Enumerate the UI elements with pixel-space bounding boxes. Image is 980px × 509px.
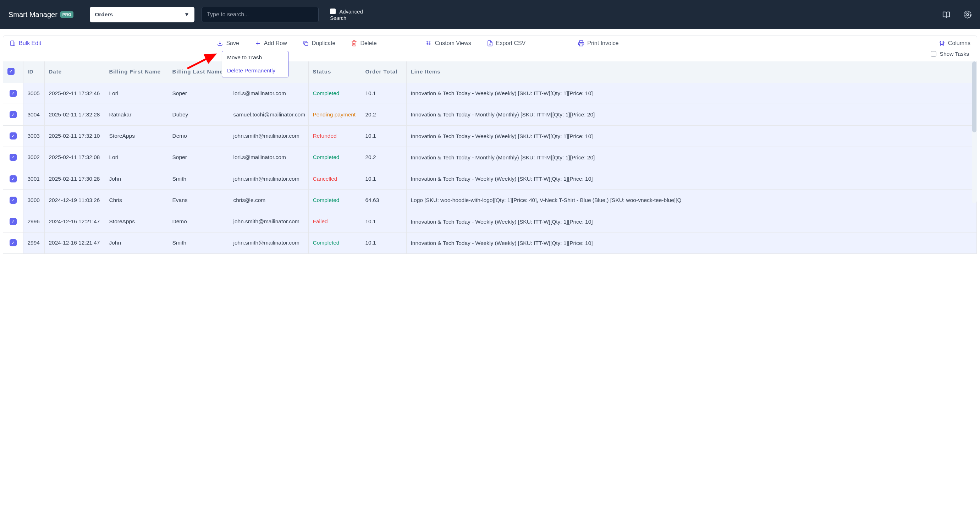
cell-email[interactable]: samuel.tochi@mailinator.com [229, 104, 308, 125]
cell-first-name[interactable]: John [105, 232, 168, 254]
cell-id[interactable]: 3005 [23, 83, 45, 104]
cell-status[interactable]: Completed [308, 83, 361, 104]
cell-status[interactable]: Completed [308, 232, 361, 254]
row-checkbox-cell[interactable]: ✓ [3, 168, 23, 190]
cell-total[interactable]: 10.1 [361, 232, 406, 254]
cell-status[interactable]: Cancelled [308, 168, 361, 190]
cell-id[interactable]: 3001 [23, 168, 45, 190]
cell-date[interactable]: 2024-12-19 11:03:26 [45, 190, 105, 211]
print-invoice-button[interactable]: Print Invoice [578, 40, 619, 46]
table-row[interactable]: ✓30052025-02-11 17:32:46LoriSoperlori.s@… [3, 83, 977, 104]
cell-email[interactable]: chris@e.com [229, 190, 308, 211]
cell-total[interactable]: 10.1 [361, 125, 406, 147]
cell-first-name[interactable]: StoreApps [105, 125, 168, 147]
cell-first-name[interactable]: Lori [105, 147, 168, 168]
cell-id[interactable]: 3004 [23, 104, 45, 125]
cell-first-name[interactable]: John [105, 168, 168, 190]
cell-line-items[interactable]: Innovation & Tech Today - Weekly (Weekly… [406, 168, 977, 190]
table-row[interactable]: ✓29942024-12-16 12:21:47JohnSmithjohn.sm… [3, 232, 977, 254]
cell-id[interactable]: 2996 [23, 211, 45, 232]
cell-status[interactable]: Completed [308, 147, 361, 168]
gear-icon[interactable] [964, 11, 972, 18]
cell-line-items[interactable]: Innovation & Tech Today - Monthly (Month… [406, 147, 977, 168]
cell-email[interactable]: john.smith@mailinator.com [229, 125, 308, 147]
vertical-scrollbar[interactable] [972, 61, 977, 203]
cell-first-name[interactable]: Lori [105, 83, 168, 104]
cell-email[interactable]: john.smith@mailinator.com [229, 211, 308, 232]
cell-last-name[interactable]: Soper [168, 147, 229, 168]
cell-line-items[interactable]: Innovation & Tech Today - Monthly (Month… [406, 104, 977, 125]
cell-date[interactable]: 2025-02-11 17:32:08 [45, 147, 105, 168]
col-header-checkbox[interactable]: ✓ [3, 61, 23, 83]
cell-first-name[interactable]: Chris [105, 190, 168, 211]
col-header-items[interactable]: Line Items [406, 61, 977, 83]
cell-line-items[interactable]: Innovation & Tech Today - Weekly (Weekly… [406, 232, 977, 254]
search-input[interactable] [207, 11, 313, 18]
row-checkbox-cell[interactable]: ✓ [3, 211, 23, 232]
cell-last-name[interactable]: Demo [168, 125, 229, 147]
custom-views-button[interactable]: Custom Views [426, 40, 471, 46]
table-row[interactable]: ✓30022025-02-11 17:32:08LoriSoperlori.s@… [3, 147, 977, 168]
cell-email[interactable]: john.smith@mailinator.com [229, 168, 308, 190]
delete-button[interactable]: Delete [351, 40, 377, 46]
cell-last-name[interactable]: Soper [168, 83, 229, 104]
cell-last-name[interactable]: Evans [168, 190, 229, 211]
book-icon[interactable] [942, 11, 950, 18]
cell-date[interactable]: 2024-12-16 12:21:47 [45, 232, 105, 254]
cell-first-name[interactable]: StoreApps [105, 211, 168, 232]
table-row[interactable]: ✓29962024-12-16 12:21:47StoreAppsDemojoh… [3, 211, 977, 232]
col-header-last-name[interactable]: Billing Last Name [168, 61, 229, 83]
cell-total[interactable]: 10.1 [361, 168, 406, 190]
cell-email[interactable]: lori.s@mailinator.com [229, 147, 308, 168]
export-csv-button[interactable]: Export CSV [487, 40, 526, 46]
cell-line-items[interactable]: Logo [SKU: woo-hoodie-with-logo][Qty: 1]… [406, 190, 977, 211]
cell-first-name[interactable]: Ratnakar [105, 104, 168, 125]
col-header-date[interactable]: Date [45, 61, 105, 83]
cell-status[interactable]: Completed [308, 190, 361, 211]
advanced-search-toggle[interactable]: Advanced Search [330, 8, 363, 21]
cell-date[interactable]: 2025-02-11 17:30:28 [45, 168, 105, 190]
advanced-search-checkbox[interactable] [330, 8, 336, 14]
cell-email[interactable]: lori.s@mailinator.com [229, 83, 308, 104]
duplicate-button[interactable]: Duplicate [303, 40, 336, 46]
cell-line-items[interactable]: Innovation & Tech Today - Weekly (Weekly… [406, 83, 977, 104]
row-checkbox-cell[interactable]: ✓ [3, 190, 23, 211]
table-row[interactable]: ✓30012025-02-11 17:30:28JohnSmithjohn.sm… [3, 168, 977, 190]
save-button[interactable]: Save [217, 40, 239, 46]
cell-last-name[interactable]: Demo [168, 211, 229, 232]
cell-total[interactable]: 10.1 [361, 83, 406, 104]
col-header-id[interactable]: ID [23, 61, 45, 83]
cell-id[interactable]: 2994 [23, 232, 45, 254]
cell-id[interactable]: 3002 [23, 147, 45, 168]
cell-status[interactable]: Failed [308, 211, 361, 232]
entity-select[interactable]: Orders ▼ [90, 7, 194, 22]
cell-email[interactable]: john.smith@mailinator.com [229, 232, 308, 254]
cell-line-items[interactable]: Innovation & Tech Today - Weekly (Weekly… [406, 211, 977, 232]
cell-date[interactable]: 2024-12-16 12:21:47 [45, 211, 105, 232]
show-tasks-checkbox[interactable] [931, 51, 936, 57]
search-input-wrap[interactable] [202, 7, 319, 22]
table-row[interactable]: ✓30002024-12-19 11:03:26ChrisEvanschris@… [3, 190, 977, 211]
col-header-status[interactable]: Status [308, 61, 361, 83]
col-header-total[interactable]: Order Total [361, 61, 406, 83]
cell-last-name[interactable]: Dubey [168, 104, 229, 125]
delete-menu-trash[interactable]: Move to Trash [222, 51, 288, 64]
cell-date[interactable]: 2025-02-11 17:32:46 [45, 83, 105, 104]
table-row[interactable]: ✓30042025-02-11 17:32:28RatnakarDubeysam… [3, 104, 977, 125]
cell-date[interactable]: 2025-02-11 17:32:28 [45, 104, 105, 125]
bulk-edit-button[interactable]: Bulk Edit [10, 40, 41, 46]
add-row-button[interactable]: Add Row [255, 40, 287, 46]
cell-line-items[interactable]: Innovation & Tech Today - Weekly (Weekly… [406, 125, 977, 147]
row-checkbox-cell[interactable]: ✓ [3, 83, 23, 104]
cell-total[interactable]: 10.1 [361, 211, 406, 232]
row-checkbox-cell[interactable]: ✓ [3, 147, 23, 168]
cell-status[interactable]: Refunded [308, 125, 361, 147]
scrollbar-thumb[interactable] [972, 61, 977, 132]
cell-status[interactable]: Pending payment [308, 104, 361, 125]
row-checkbox-cell[interactable]: ✓ [3, 104, 23, 125]
cell-total[interactable]: 20.2 [361, 104, 406, 125]
cell-date[interactable]: 2025-02-11 17:32:10 [45, 125, 105, 147]
cell-last-name[interactable]: Smith [168, 168, 229, 190]
delete-menu-permanent[interactable]: Delete Permanently [222, 64, 288, 77]
cell-total[interactable]: 64.63 [361, 190, 406, 211]
